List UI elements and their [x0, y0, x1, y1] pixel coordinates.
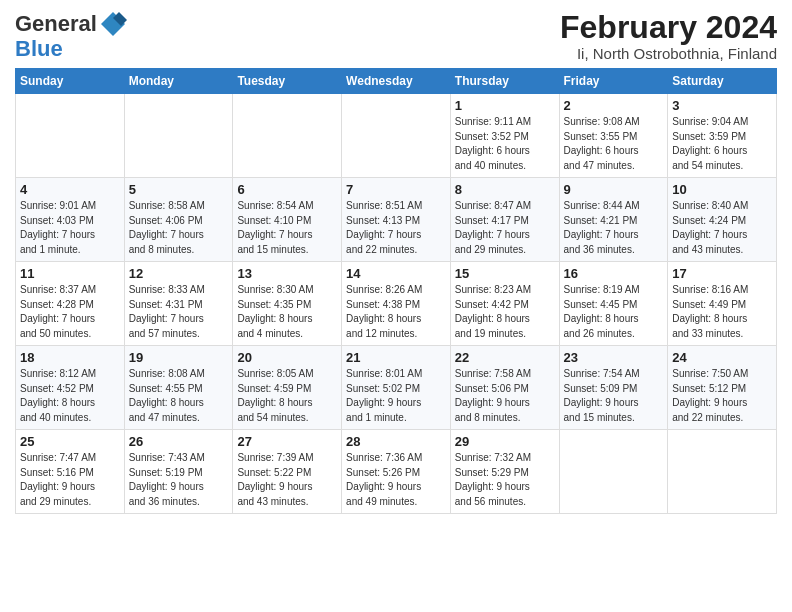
day-number: 16	[564, 266, 664, 281]
day-info: Sunrise: 8:01 AM Sunset: 5:02 PM Dayligh…	[346, 367, 446, 425]
calendar-cell: 5Sunrise: 8:58 AM Sunset: 4:06 PM Daylig…	[124, 178, 233, 262]
calendar-cell: 17Sunrise: 8:16 AM Sunset: 4:49 PM Dayli…	[668, 262, 777, 346]
day-info: Sunrise: 8:54 AM Sunset: 4:10 PM Dayligh…	[237, 199, 337, 257]
day-info: Sunrise: 8:23 AM Sunset: 4:42 PM Dayligh…	[455, 283, 555, 341]
day-number: 14	[346, 266, 446, 281]
calendar-cell: 23Sunrise: 7:54 AM Sunset: 5:09 PM Dayli…	[559, 346, 668, 430]
day-number: 27	[237, 434, 337, 449]
day-number: 29	[455, 434, 555, 449]
day-info: Sunrise: 9:08 AM Sunset: 3:55 PM Dayligh…	[564, 115, 664, 173]
day-info: Sunrise: 7:54 AM Sunset: 5:09 PM Dayligh…	[564, 367, 664, 425]
header-day-tuesday: Tuesday	[233, 69, 342, 94]
calendar-week-5: 25Sunrise: 7:47 AM Sunset: 5:16 PM Dayli…	[16, 430, 777, 514]
logo-icon	[99, 10, 127, 38]
day-info: Sunrise: 8:40 AM Sunset: 4:24 PM Dayligh…	[672, 199, 772, 257]
day-number: 12	[129, 266, 229, 281]
calendar-cell: 13Sunrise: 8:30 AM Sunset: 4:35 PM Dayli…	[233, 262, 342, 346]
day-info: Sunrise: 8:16 AM Sunset: 4:49 PM Dayligh…	[672, 283, 772, 341]
day-info: Sunrise: 8:47 AM Sunset: 4:17 PM Dayligh…	[455, 199, 555, 257]
day-number: 26	[129, 434, 229, 449]
day-info: Sunrise: 8:08 AM Sunset: 4:55 PM Dayligh…	[129, 367, 229, 425]
day-info: Sunrise: 8:19 AM Sunset: 4:45 PM Dayligh…	[564, 283, 664, 341]
month-year-title: February 2024	[560, 10, 777, 45]
calendar-cell: 29Sunrise: 7:32 AM Sunset: 5:29 PM Dayli…	[450, 430, 559, 514]
calendar-week-3: 11Sunrise: 8:37 AM Sunset: 4:28 PM Dayli…	[16, 262, 777, 346]
title-section: February 2024 Ii, North Ostrobothnia, Fi…	[560, 10, 777, 62]
calendar-cell: 7Sunrise: 8:51 AM Sunset: 4:13 PM Daylig…	[342, 178, 451, 262]
day-info: Sunrise: 8:30 AM Sunset: 4:35 PM Dayligh…	[237, 283, 337, 341]
day-number: 10	[672, 182, 772, 197]
header-day-wednesday: Wednesday	[342, 69, 451, 94]
day-info: Sunrise: 7:50 AM Sunset: 5:12 PM Dayligh…	[672, 367, 772, 425]
calendar-cell: 24Sunrise: 7:50 AM Sunset: 5:12 PM Dayli…	[668, 346, 777, 430]
calendar-cell: 26Sunrise: 7:43 AM Sunset: 5:19 PM Dayli…	[124, 430, 233, 514]
calendar-week-4: 18Sunrise: 8:12 AM Sunset: 4:52 PM Dayli…	[16, 346, 777, 430]
calendar-cell: 25Sunrise: 7:47 AM Sunset: 5:16 PM Dayli…	[16, 430, 125, 514]
day-number: 9	[564, 182, 664, 197]
calendar-cell	[16, 94, 125, 178]
day-number: 5	[129, 182, 229, 197]
calendar-cell	[124, 94, 233, 178]
header-day-sunday: Sunday	[16, 69, 125, 94]
day-info: Sunrise: 8:26 AM Sunset: 4:38 PM Dayligh…	[346, 283, 446, 341]
day-number: 20	[237, 350, 337, 365]
calendar-header-row: SundayMondayTuesdayWednesdayThursdayFrid…	[16, 69, 777, 94]
day-number: 22	[455, 350, 555, 365]
header-day-thursday: Thursday	[450, 69, 559, 94]
day-info: Sunrise: 8:33 AM Sunset: 4:31 PM Dayligh…	[129, 283, 229, 341]
day-info: Sunrise: 7:36 AM Sunset: 5:26 PM Dayligh…	[346, 451, 446, 509]
calendar-cell: 10Sunrise: 8:40 AM Sunset: 4:24 PM Dayli…	[668, 178, 777, 262]
day-info: Sunrise: 7:58 AM Sunset: 5:06 PM Dayligh…	[455, 367, 555, 425]
day-number: 8	[455, 182, 555, 197]
calendar-table: SundayMondayTuesdayWednesdayThursdayFrid…	[15, 68, 777, 514]
day-number: 3	[672, 98, 772, 113]
calendar-cell: 14Sunrise: 8:26 AM Sunset: 4:38 PM Dayli…	[342, 262, 451, 346]
day-number: 2	[564, 98, 664, 113]
calendar-cell: 15Sunrise: 8:23 AM Sunset: 4:42 PM Dayli…	[450, 262, 559, 346]
calendar-cell: 2Sunrise: 9:08 AM Sunset: 3:55 PM Daylig…	[559, 94, 668, 178]
logo-blue: Blue	[15, 38, 63, 60]
calendar-cell: 20Sunrise: 8:05 AM Sunset: 4:59 PM Dayli…	[233, 346, 342, 430]
calendar-cell: 27Sunrise: 7:39 AM Sunset: 5:22 PM Dayli…	[233, 430, 342, 514]
calendar-cell: 9Sunrise: 8:44 AM Sunset: 4:21 PM Daylig…	[559, 178, 668, 262]
logo: General Blue	[15, 10, 127, 60]
calendar-cell: 16Sunrise: 8:19 AM Sunset: 4:45 PM Dayli…	[559, 262, 668, 346]
day-info: Sunrise: 7:43 AM Sunset: 5:19 PM Dayligh…	[129, 451, 229, 509]
calendar-cell: 19Sunrise: 8:08 AM Sunset: 4:55 PM Dayli…	[124, 346, 233, 430]
calendar-cell: 22Sunrise: 7:58 AM Sunset: 5:06 PM Dayli…	[450, 346, 559, 430]
day-info: Sunrise: 9:11 AM Sunset: 3:52 PM Dayligh…	[455, 115, 555, 173]
day-info: Sunrise: 8:51 AM Sunset: 4:13 PM Dayligh…	[346, 199, 446, 257]
calendar-cell: 1Sunrise: 9:11 AM Sunset: 3:52 PM Daylig…	[450, 94, 559, 178]
day-number: 15	[455, 266, 555, 281]
day-number: 6	[237, 182, 337, 197]
day-number: 24	[672, 350, 772, 365]
location-subtitle: Ii, North Ostrobothnia, Finland	[560, 45, 777, 62]
calendar-cell: 28Sunrise: 7:36 AM Sunset: 5:26 PM Dayli…	[342, 430, 451, 514]
day-number: 4	[20, 182, 120, 197]
day-number: 7	[346, 182, 446, 197]
day-info: Sunrise: 8:44 AM Sunset: 4:21 PM Dayligh…	[564, 199, 664, 257]
day-info: Sunrise: 9:04 AM Sunset: 3:59 PM Dayligh…	[672, 115, 772, 173]
calendar-cell	[233, 94, 342, 178]
calendar-cell: 3Sunrise: 9:04 AM Sunset: 3:59 PM Daylig…	[668, 94, 777, 178]
header-day-friday: Friday	[559, 69, 668, 94]
day-number: 19	[129, 350, 229, 365]
calendar-week-1: 1Sunrise: 9:11 AM Sunset: 3:52 PM Daylig…	[16, 94, 777, 178]
calendar-cell: 12Sunrise: 8:33 AM Sunset: 4:31 PM Dayli…	[124, 262, 233, 346]
day-number: 13	[237, 266, 337, 281]
header-day-saturday: Saturday	[668, 69, 777, 94]
calendar-cell	[668, 430, 777, 514]
day-number: 11	[20, 266, 120, 281]
day-info: Sunrise: 8:37 AM Sunset: 4:28 PM Dayligh…	[20, 283, 120, 341]
day-number: 21	[346, 350, 446, 365]
day-number: 17	[672, 266, 772, 281]
day-number: 25	[20, 434, 120, 449]
calendar-cell	[559, 430, 668, 514]
calendar-cell: 21Sunrise: 8:01 AM Sunset: 5:02 PM Dayli…	[342, 346, 451, 430]
logo-general: General	[15, 13, 97, 35]
day-info: Sunrise: 9:01 AM Sunset: 4:03 PM Dayligh…	[20, 199, 120, 257]
calendar-cell: 8Sunrise: 8:47 AM Sunset: 4:17 PM Daylig…	[450, 178, 559, 262]
day-info: Sunrise: 8:12 AM Sunset: 4:52 PM Dayligh…	[20, 367, 120, 425]
calendar-cell	[342, 94, 451, 178]
calendar-week-2: 4Sunrise: 9:01 AM Sunset: 4:03 PM Daylig…	[16, 178, 777, 262]
